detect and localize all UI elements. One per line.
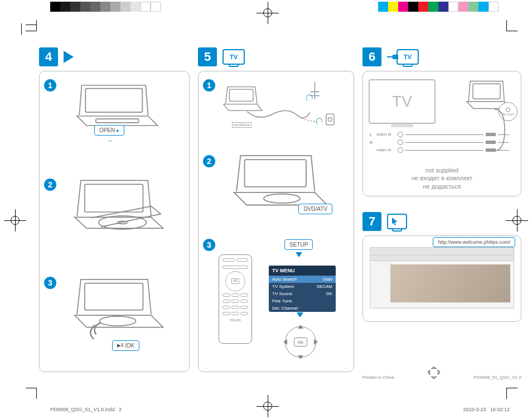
registration-mark-bottom bbox=[259, 398, 276, 415]
column-4: 4 1 OPEN ▸ → 2 bbox=[39, 47, 190, 380]
crop-mark-bl bbox=[21, 388, 37, 403]
section-number-6: 6 bbox=[362, 47, 381, 66]
tv-connect-icon: TV bbox=[387, 49, 419, 65]
step-dot-4-1: 1 bbox=[44, 79, 56, 91]
section-7-header: 7 bbox=[362, 212, 521, 231]
section-number-4: 4 bbox=[39, 47, 58, 66]
setup-label: SETUP bbox=[284, 239, 313, 250]
open-button-label: OPEN ▸ bbox=[94, 125, 124, 136]
device-insert-disc bbox=[67, 172, 168, 241]
crop-mark-tl2 bbox=[21, 25, 37, 40]
step-dot-5-2: 2 bbox=[203, 155, 215, 167]
dvd-atv-label: DVD/ATV bbox=[298, 204, 332, 214]
antenna-port-label: ANTENNA bbox=[232, 122, 252, 128]
url-callout: http://www.welcome.philips.com/ bbox=[433, 237, 515, 247]
svg-rect-5 bbox=[85, 283, 143, 310]
svg-rect-10 bbox=[245, 160, 306, 187]
model-number: PD9008_51_QSG_V1.0 bbox=[474, 375, 521, 380]
step-dot-5-3: 3 bbox=[203, 239, 215, 251]
arrow-down-icon bbox=[296, 252, 302, 257]
section-4-header: 4 bbox=[39, 47, 190, 66]
registration-mark-left bbox=[7, 212, 23, 229]
page-content: 4 1 OPEN ▸ → 2 bbox=[39, 47, 510, 380]
svg-rect-1 bbox=[96, 119, 139, 123]
not-supplied-ru: не входит в комплект bbox=[363, 174, 521, 182]
section-5-header: 5 TV bbox=[198, 47, 354, 66]
play-ok-label: ▶Ⅱ/OK bbox=[112, 340, 139, 351]
play-icon bbox=[64, 51, 74, 63]
column-5: 5 TV 1 bbox=[198, 47, 354, 380]
not-supplied-uk: не додається bbox=[363, 182, 521, 190]
column-6-7: 6 TV TV AV OUT bbox=[362, 47, 521, 380]
svg-point-9 bbox=[328, 118, 332, 122]
step-dot-4-3: 3 bbox=[44, 277, 56, 289]
arrow-down-icon-2 bbox=[297, 312, 303, 317]
tv-set: TV bbox=[369, 79, 436, 124]
recycle-icon bbox=[427, 365, 441, 380]
step-dot-5-1: 1 bbox=[203, 79, 215, 91]
color-bar-right bbox=[378, 2, 499, 12]
dpad-ok: OK bbox=[294, 338, 307, 346]
not-supplied-en: not supplied bbox=[363, 166, 521, 174]
av-connection: L AUDIO IN R VIDEO IN bbox=[370, 132, 509, 153]
color-bar-left bbox=[50, 2, 161, 12]
device-open-front: OPEN ▸ → bbox=[67, 78, 162, 142]
browser-screenshot bbox=[370, 247, 514, 309]
remote-brand: PHILIPS bbox=[223, 319, 248, 322]
web-icon bbox=[387, 214, 407, 229]
panel-4: 1 OPEN ▸ → 2 bbox=[39, 71, 190, 372]
device-dvd-atv: DVD/ATV bbox=[226, 150, 332, 218]
tv-icon: TV bbox=[223, 49, 245, 65]
panel-5: 1 bbox=[198, 71, 354, 372]
tv-menu-title: TV MENU bbox=[269, 266, 336, 276]
crop-mark-tr bbox=[506, 16, 522, 31]
section-6-header: 6 TV bbox=[362, 47, 521, 66]
svg-point-11 bbox=[264, 194, 300, 203]
panel-7: http://www.welcome.philips.com/ bbox=[362, 235, 521, 322]
svg-rect-8 bbox=[326, 114, 334, 124]
crop-mark-br bbox=[506, 388, 522, 403]
step-dot-4-2: 2 bbox=[44, 179, 56, 191]
dpad: OK bbox=[281, 322, 320, 362]
antenna-diagram: ANTENNA bbox=[219, 77, 347, 133]
svg-point-6 bbox=[99, 316, 136, 326]
svg-rect-12 bbox=[473, 84, 500, 99]
remote-control: OK PHILIPS bbox=[219, 254, 252, 344]
imprint-date: 2010-3-23 16:42:12 bbox=[463, 407, 510, 412]
panel-6: TV AV OUT L AUDIO IN bbox=[362, 71, 521, 196]
registration-mark-top bbox=[259, 4, 276, 21]
svg-rect-0 bbox=[85, 89, 142, 113]
svg-rect-2 bbox=[85, 184, 143, 212]
section-number-7: 7 bbox=[362, 212, 381, 231]
device-press-play: ▶Ⅱ/OK bbox=[67, 272, 168, 346]
svg-rect-7 bbox=[229, 89, 253, 101]
printed-in: Printed in China bbox=[362, 375, 394, 380]
imprint-file: PD9008_QSG_51_V1.0.indd 2 bbox=[50, 407, 122, 412]
section-number-5: 5 bbox=[198, 47, 217, 66]
tv-menu: TV MENU Auto SearchStart TV SystemSECAM … bbox=[269, 266, 336, 312]
